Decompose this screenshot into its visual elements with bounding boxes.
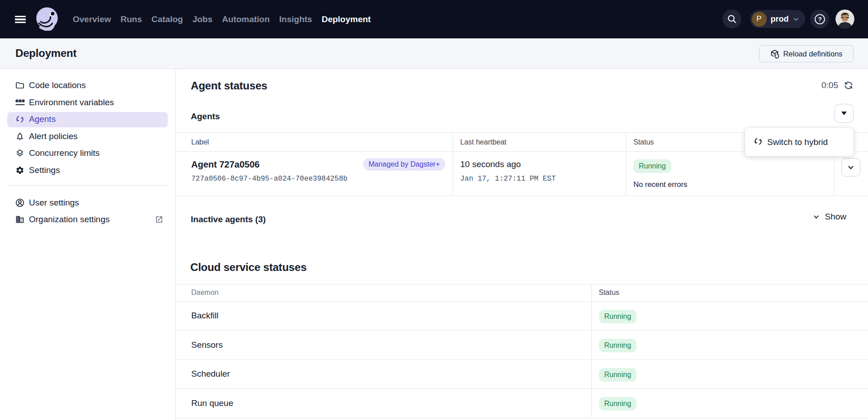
svg-text:?: ? <box>818 16 821 23</box>
